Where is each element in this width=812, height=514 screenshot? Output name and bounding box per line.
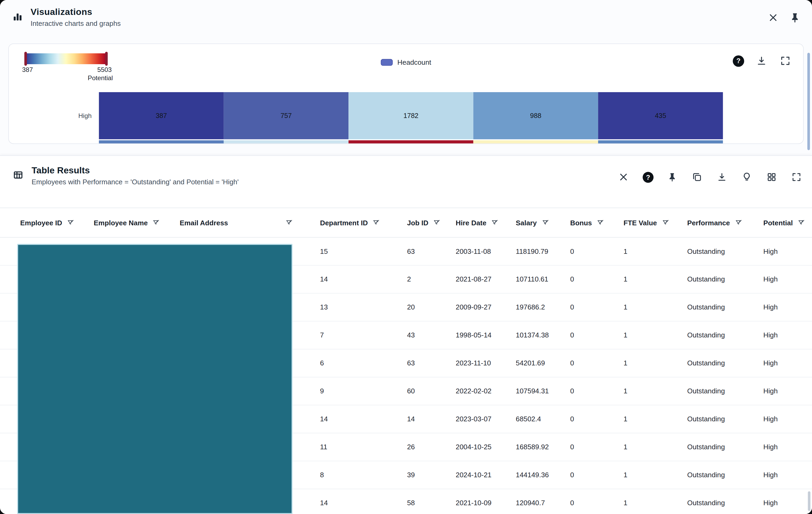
cell-salary: 101374.38 <box>513 331 567 339</box>
heatmap-cell[interactable]: 387 <box>99 92 224 139</box>
close-table-button[interactable] <box>617 171 630 184</box>
copy-icon <box>692 172 702 182</box>
insights-button[interactable] <box>741 171 753 183</box>
filter-icon[interactable] <box>798 219 805 226</box>
colorbar-handle-min[interactable] <box>24 52 27 65</box>
filter-icon[interactable] <box>67 219 75 226</box>
cell-department-id: 14 <box>317 275 404 283</box>
fullscreen-icon <box>780 55 791 66</box>
help-icon[interactable]: ? <box>733 55 744 67</box>
download-button[interactable] <box>755 54 768 67</box>
cell-hire-date: 2003-11-08 <box>453 247 513 255</box>
download-table-button[interactable] <box>716 171 728 183</box>
filter-icon[interactable] <box>285 219 293 226</box>
column-header-salary[interactable]: Salary <box>513 219 567 226</box>
column-header-email-address[interactable]: Email Address <box>177 219 317 226</box>
filter-icon[interactable] <box>662 219 669 226</box>
cell-salary: 54201.69 <box>513 359 567 367</box>
table-scrollbar[interactable] <box>808 491 810 511</box>
grid-icon <box>766 172 777 182</box>
help-icon[interactable]: ? <box>643 172 654 182</box>
column-header-performance[interactable]: Performance <box>684 219 760 226</box>
cell-fte-value: 1 <box>620 471 684 479</box>
heatmap-cell-partial[interactable] <box>598 140 723 144</box>
cell-salary: 118190.79 <box>513 247 567 255</box>
heatmap-cell-partial[interactable] <box>348 140 473 144</box>
cell-salary: 107594.31 <box>513 387 567 395</box>
pin-button[interactable] <box>788 11 802 25</box>
close-icon <box>767 12 779 24</box>
table-results-panel: Table Results Employees with Performance… <box>0 155 812 514</box>
fullscreen-table-button[interactable] <box>790 171 803 183</box>
grid-view-button[interactable] <box>765 171 778 183</box>
filter-icon[interactable] <box>597 219 604 226</box>
chart-scrollbar[interactable] <box>808 53 810 150</box>
filter-icon[interactable] <box>491 219 499 226</box>
cell-potential: High <box>760 499 808 507</box>
cell-bonus: 0 <box>567 443 620 451</box>
filter-icon[interactable] <box>433 219 441 226</box>
cell-potential: High <box>760 247 808 255</box>
cell-potential: High <box>760 471 808 479</box>
column-header-potential[interactable]: Potential <box>760 219 808 226</box>
filter-icon[interactable] <box>734 219 742 226</box>
chart-toolbar: ? <box>733 54 792 67</box>
column-header-job-id[interactable]: Job ID <box>404 219 453 226</box>
filter-icon[interactable] <box>541 219 549 226</box>
cell-potential: High <box>760 443 808 451</box>
cell-hire-date: 2023-03-07 <box>453 415 513 423</box>
cell-bonus: 0 <box>567 499 620 507</box>
column-label: Potential <box>763 219 793 226</box>
heatmap-cell-partial[interactable] <box>99 140 224 144</box>
copy-button[interactable] <box>691 171 703 183</box>
heatmap-cell-partial[interactable] <box>224 140 348 144</box>
cell-job-id: 39 <box>404 471 453 479</box>
table-toolbar: ? <box>617 171 803 184</box>
heatmap-cell[interactable]: 1782 <box>348 92 473 139</box>
pin-icon <box>667 172 677 182</box>
fullscreen-button[interactable] <box>779 54 792 67</box>
heatmap-cells: 3877571782988435 <box>99 92 723 139</box>
cell-hire-date: 2023-11-10 <box>453 359 513 367</box>
heatmap-cell[interactable]: 988 <box>473 92 598 139</box>
cell-fte-value: 1 <box>620 359 684 367</box>
column-label: Employee ID <box>20 219 62 226</box>
cell-salary: 68502.4 <box>513 415 567 423</box>
column-label: Bonus <box>570 219 592 226</box>
lightbulb-icon <box>742 172 752 182</box>
cell-job-id: 2 <box>404 275 453 283</box>
colorbar-gradient[interactable] <box>25 53 107 64</box>
redaction-overlay <box>17 244 292 514</box>
heatmap-chart: High 3877571782988435 <box>9 92 803 144</box>
filter-icon[interactable] <box>372 219 380 226</box>
heatmap-row: High 3877571782988435 <box>9 92 803 139</box>
cell-bonus: 0 <box>567 247 620 255</box>
heatmap-cell[interactable]: 757 <box>224 92 348 139</box>
close-button[interactable] <box>766 11 780 25</box>
cell-bonus: 0 <box>567 471 620 479</box>
cell-bonus: 0 <box>567 331 620 339</box>
cell-fte-value: 1 <box>620 499 684 507</box>
pin-table-button[interactable] <box>666 171 678 183</box>
colorbar: 387 5503 Potential <box>25 53 107 82</box>
cell-fte-value: 1 <box>620 443 684 451</box>
column-header-bonus[interactable]: Bonus <box>567 219 620 226</box>
cell-performance: Outstanding <box>684 359 760 367</box>
cell-fte-value: 1 <box>620 387 684 395</box>
heatmap-cell[interactable]: 435 <box>598 92 723 139</box>
column-header-fte-value[interactable]: FTE Value <box>620 219 684 226</box>
column-header-employee-name[interactable]: Employee Name <box>91 219 177 226</box>
column-header-hire-date[interactable]: Hire Date <box>453 219 513 226</box>
table-header-row: Employee IDEmployee NameEmail AddressDep… <box>0 208 812 238</box>
heatmap-cell-partial[interactable] <box>473 140 598 144</box>
cell-salary: 197686.2 <box>513 303 567 311</box>
cell-bonus: 0 <box>567 359 620 367</box>
column-header-employee-id[interactable]: Employee ID <box>17 219 91 226</box>
cell-potential: High <box>760 387 808 395</box>
chart-legend[interactable]: Headcount <box>381 59 431 66</box>
cell-potential: High <box>760 303 808 311</box>
colorbar-handle-max[interactable] <box>105 52 108 65</box>
column-header-department-id[interactable]: Department ID <box>317 219 404 226</box>
filter-icon[interactable] <box>152 219 160 226</box>
colorbar-min-label: 387 <box>22 66 33 73</box>
